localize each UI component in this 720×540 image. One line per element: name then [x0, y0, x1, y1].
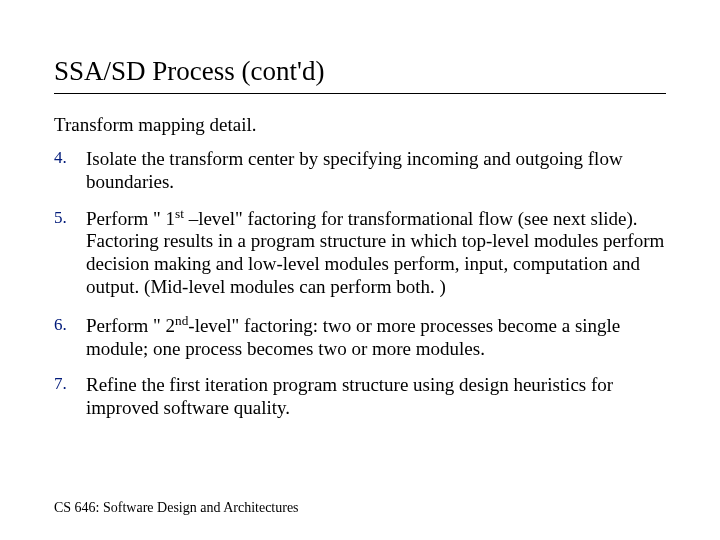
slide-title: SSA/SD Process (cont'd) [54, 56, 666, 94]
superscript: nd [175, 312, 188, 327]
list-item: 4. Isolate the transform center by speci… [54, 148, 666, 194]
list-text: Perform " 2nd-level" factoring: two or m… [86, 315, 666, 361]
list-item: 5. Perform " 1st –level" factoring for t… [54, 208, 666, 299]
subtitle: Transform mapping detail. [54, 114, 666, 136]
list-number: 4. [54, 148, 86, 194]
superscript: st [175, 205, 184, 220]
list-item: 6. Perform " 2nd-level" factoring: two o… [54, 315, 666, 361]
list-number: 7. [54, 374, 86, 420]
list-text: Refine the first iteration program struc… [86, 374, 666, 420]
list-text: Perform " 1st –level" factoring for tran… [86, 208, 666, 299]
list-number: 6. [54, 315, 86, 361]
list-number: 5. [54, 208, 86, 299]
list-item: 7. Refine the first iteration program st… [54, 374, 666, 420]
list-text: Isolate the transform center by specifyi… [86, 148, 666, 194]
steps-list: 4. Isolate the transform center by speci… [54, 148, 666, 420]
footer: CS 646: Software Design and Architecture… [54, 500, 299, 516]
